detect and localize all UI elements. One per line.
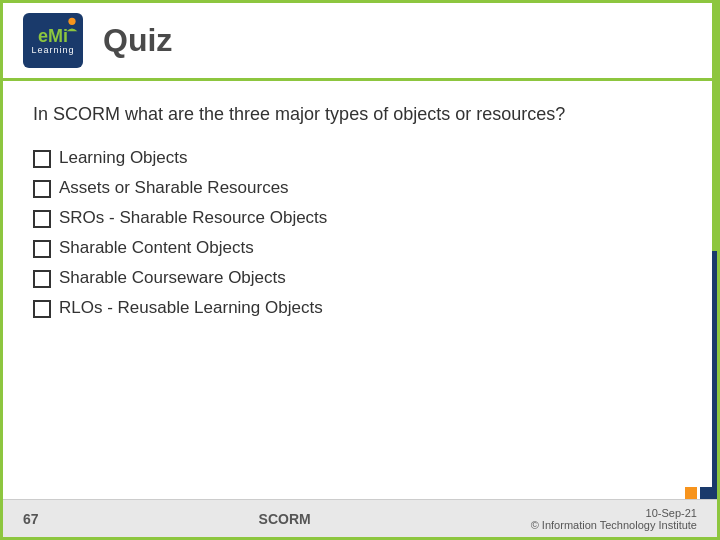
right-border-accent [712, 3, 717, 499]
page-title: Quiz [103, 22, 172, 59]
list-item: SROs - Sharable Resource Objects [33, 208, 687, 228]
logo: eMi Learning [23, 13, 83, 68]
option-label: SROs - Sharable Resource Objects [59, 208, 327, 228]
option-label: Sharable Content Objects [59, 238, 254, 258]
checkbox-icon [33, 210, 51, 228]
slide: eMi Learning Quiz In SCORM what are the … [0, 0, 720, 540]
content: In SCORM what are the three major types … [3, 81, 717, 338]
logo-sub: Learning [31, 45, 74, 55]
list-item: Learning Objects [33, 148, 687, 168]
list-item: Assets or Sharable Resources [33, 178, 687, 198]
list-item: Sharable Content Objects [33, 238, 687, 258]
footer-right: 10-Sep-21 © Information Technology Insti… [531, 507, 697, 531]
option-label: RLOs - Reusable Learning Objects [59, 298, 323, 318]
footer-org: © Information Technology Institute [531, 519, 697, 531]
options-list: Learning ObjectsAssets or Sharable Resou… [33, 148, 687, 318]
svg-point-0 [68, 18, 75, 25]
option-label: Sharable Courseware Objects [59, 268, 286, 288]
logo-icon [63, 15, 81, 33]
footer-page: 67 [23, 511, 39, 527]
checkbox-icon [33, 300, 51, 318]
footer-date: 10-Sep-21 [646, 507, 697, 519]
footer: 67 SCORM 10-Sep-21 © Information Technol… [3, 499, 717, 537]
decorative-squares [685, 487, 712, 499]
option-label: Assets or Sharable Resources [59, 178, 289, 198]
square-orange [685, 487, 697, 499]
checkbox-icon [33, 150, 51, 168]
checkbox-icon [33, 240, 51, 258]
checkbox-icon [33, 270, 51, 288]
list-item: RLOs - Reusable Learning Objects [33, 298, 687, 318]
checkbox-icon [33, 180, 51, 198]
square-blue [700, 487, 712, 499]
option-label: Learning Objects [59, 148, 188, 168]
list-item: Sharable Courseware Objects [33, 268, 687, 288]
footer-center: SCORM [259, 511, 311, 527]
question-text: In SCORM what are the three major types … [33, 101, 687, 128]
header: eMi Learning Quiz [3, 3, 717, 81]
